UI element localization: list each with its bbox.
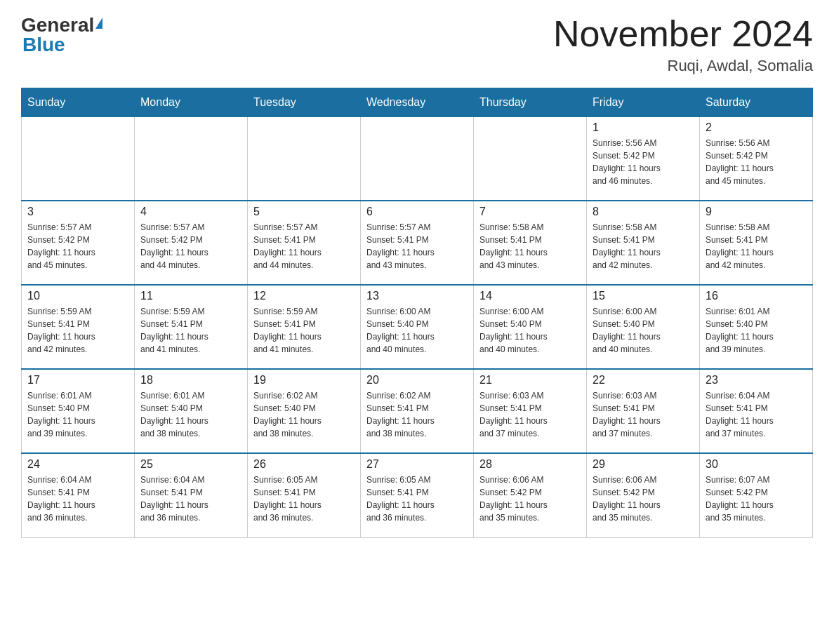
day-info: Sunrise: 5:59 AMSunset: 5:41 PMDaylight:… [253,305,355,356]
calendar-cell: 14Sunrise: 6:00 AMSunset: 5:40 PMDayligh… [474,285,587,369]
calendar-cell: 2Sunrise: 5:56 AMSunset: 5:42 PMDaylight… [700,116,813,201]
day-number: 3 [27,206,128,218]
day-number: 13 [366,290,468,302]
day-info: Sunrise: 6:00 AMSunset: 5:40 PMDaylight:… [593,305,694,356]
weekday-header-friday: Friday [587,88,700,116]
calendar-cell: 27Sunrise: 6:05 AMSunset: 5:41 PMDayligh… [361,453,474,537]
weekday-header-saturday: Saturday [700,88,813,116]
day-number: 25 [140,458,241,471]
day-number: 8 [593,206,694,218]
day-info: Sunrise: 6:05 AMSunset: 5:41 PMDaylight:… [366,474,468,524]
day-number: 11 [140,290,241,302]
day-info: Sunrise: 6:01 AMSunset: 5:40 PMDaylight:… [706,305,807,356]
day-info: Sunrise: 6:03 AMSunset: 5:41 PMDaylight:… [479,389,581,440]
day-info: Sunrise: 6:07 AMSunset: 5:42 PMDaylight:… [706,474,807,524]
calendar-cell: 12Sunrise: 5:59 AMSunset: 5:41 PMDayligh… [248,285,361,369]
day-info: Sunrise: 6:05 AMSunset: 5:41 PMDaylight:… [253,474,355,524]
day-info: Sunrise: 5:58 AMSunset: 5:41 PMDaylight:… [706,221,807,271]
day-info: Sunrise: 6:02 AMSunset: 5:41 PMDaylight:… [366,389,468,440]
weekday-header-wednesday: Wednesday [361,88,474,116]
calendar-cell: 24Sunrise: 6:04 AMSunset: 5:41 PMDayligh… [22,453,135,537]
day-number: 29 [593,458,694,471]
day-number: 1 [593,121,694,134]
calendar-cell: 23Sunrise: 6:04 AMSunset: 5:41 PMDayligh… [700,369,813,453]
day-info: Sunrise: 5:59 AMSunset: 5:41 PMDaylight:… [27,305,128,356]
day-number: 21 [479,374,581,387]
day-number: 10 [27,290,128,302]
day-info: Sunrise: 6:00 AMSunset: 5:40 PMDaylight:… [366,305,468,356]
day-number: 23 [706,374,807,387]
calendar-cell: 19Sunrise: 6:02 AMSunset: 5:40 PMDayligh… [248,369,361,453]
calendar-cell: 11Sunrise: 5:59 AMSunset: 5:41 PMDayligh… [135,285,248,369]
day-info: Sunrise: 5:56 AMSunset: 5:42 PMDaylight:… [706,137,807,187]
weekday-header-tuesday: Tuesday [248,88,361,116]
logo-triangle-icon [95,18,102,29]
calendar-cell: 28Sunrise: 6:06 AMSunset: 5:42 PMDayligh… [474,453,587,537]
day-info: Sunrise: 6:04 AMSunset: 5:41 PMDaylight:… [706,389,807,440]
weekday-header-monday: Monday [135,88,248,116]
page-header: General Blue November 2024 Ruqi, Awdal, … [21,14,813,75]
calendar-cell: 21Sunrise: 6:03 AMSunset: 5:41 PMDayligh… [474,369,587,453]
day-info: Sunrise: 6:03 AMSunset: 5:41 PMDaylight:… [593,389,694,440]
title-block: November 2024 Ruqi, Awdal, Somalia [553,14,813,75]
day-info: Sunrise: 5:57 AMSunset: 5:41 PMDaylight:… [253,221,355,271]
calendar-cell: 7Sunrise: 5:58 AMSunset: 5:41 PMDaylight… [474,201,587,285]
day-info: Sunrise: 5:56 AMSunset: 5:42 PMDaylight:… [593,137,694,187]
day-info: Sunrise: 6:06 AMSunset: 5:42 PMDaylight:… [593,474,694,524]
calendar-cell: 29Sunrise: 6:06 AMSunset: 5:42 PMDayligh… [587,453,700,537]
day-info: Sunrise: 6:01 AMSunset: 5:40 PMDaylight:… [140,389,241,440]
day-number: 28 [479,458,581,471]
calendar-cell: 22Sunrise: 6:03 AMSunset: 5:41 PMDayligh… [587,369,700,453]
day-number: 24 [27,458,128,471]
calendar-cell: 25Sunrise: 6:04 AMSunset: 5:41 PMDayligh… [135,453,248,537]
month-title: November 2024 [553,14,813,54]
day-info: Sunrise: 5:57 AMSunset: 5:42 PMDaylight:… [27,221,128,271]
day-number: 22 [593,374,694,387]
day-number: 4 [140,206,241,218]
calendar-cell: 13Sunrise: 6:00 AMSunset: 5:40 PMDayligh… [361,285,474,369]
calendar-cell: 8Sunrise: 5:58 AMSunset: 5:41 PMDaylight… [587,201,700,285]
day-number: 6 [366,206,468,218]
day-number: 2 [706,121,807,134]
calendar-table: SundayMondayTuesdayWednesdayThursdayFrid… [21,88,813,538]
calendar-cell: 18Sunrise: 6:01 AMSunset: 5:40 PMDayligh… [135,369,248,453]
day-info: Sunrise: 5:58 AMSunset: 5:41 PMDaylight:… [593,221,694,271]
calendar-cell: 5Sunrise: 5:57 AMSunset: 5:41 PMDaylight… [248,201,361,285]
day-number: 12 [253,290,355,302]
calendar-week-row: 17Sunrise: 6:01 AMSunset: 5:40 PMDayligh… [22,369,813,453]
logo: General Blue [21,14,102,56]
calendar-cell: 17Sunrise: 6:01 AMSunset: 5:40 PMDayligh… [22,369,135,453]
day-number: 20 [366,374,468,387]
day-info: Sunrise: 5:58 AMSunset: 5:41 PMDaylight:… [479,221,581,271]
calendar-cell [22,116,135,201]
day-info: Sunrise: 6:00 AMSunset: 5:40 PMDaylight:… [479,305,581,356]
calendar-cell: 3Sunrise: 5:57 AMSunset: 5:42 PMDaylight… [22,201,135,285]
day-info: Sunrise: 6:04 AMSunset: 5:41 PMDaylight:… [27,474,128,524]
calendar-week-row: 24Sunrise: 6:04 AMSunset: 5:41 PMDayligh… [22,453,813,537]
day-number: 14 [479,290,581,302]
calendar-cell: 30Sunrise: 6:07 AMSunset: 5:42 PMDayligh… [700,453,813,537]
calendar-cell: 10Sunrise: 5:59 AMSunset: 5:41 PMDayligh… [22,285,135,369]
day-number: 17 [27,374,128,387]
calendar-cell [474,116,587,201]
day-number: 15 [593,290,694,302]
calendar-cell: 26Sunrise: 6:05 AMSunset: 5:41 PMDayligh… [248,453,361,537]
day-number: 19 [253,374,355,387]
calendar-week-row: 3Sunrise: 5:57 AMSunset: 5:42 PMDaylight… [22,201,813,285]
day-number: 9 [706,206,807,218]
calendar-cell: 4Sunrise: 5:57 AMSunset: 5:42 PMDaylight… [135,201,248,285]
calendar-cell: 1Sunrise: 5:56 AMSunset: 5:42 PMDaylight… [587,116,700,201]
day-info: Sunrise: 6:04 AMSunset: 5:41 PMDaylight:… [140,474,241,524]
calendar-cell: 16Sunrise: 6:01 AMSunset: 5:40 PMDayligh… [700,285,813,369]
day-number: 7 [479,206,581,218]
day-number: 30 [706,458,807,471]
logo-blue-text: Blue [22,34,65,56]
calendar-week-row: 1Sunrise: 5:56 AMSunset: 5:42 PMDaylight… [22,116,813,201]
day-number: 26 [253,458,355,471]
day-info: Sunrise: 6:01 AMSunset: 5:40 PMDaylight:… [27,389,128,440]
calendar-cell: 6Sunrise: 5:57 AMSunset: 5:41 PMDaylight… [361,201,474,285]
day-info: Sunrise: 6:02 AMSunset: 5:40 PMDaylight:… [253,389,355,440]
day-number: 18 [140,374,241,387]
weekday-header-thursday: Thursday [474,88,587,116]
location-title: Ruqi, Awdal, Somalia [553,57,813,75]
